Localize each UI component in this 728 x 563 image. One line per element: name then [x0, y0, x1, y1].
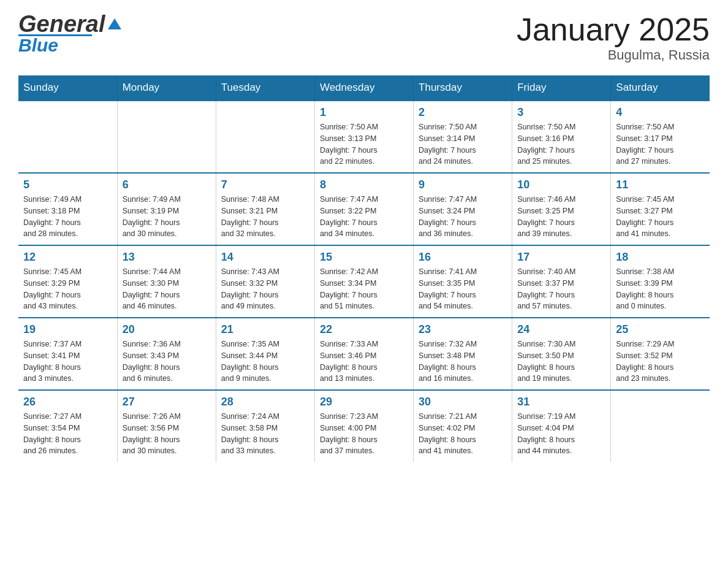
calendar-week-row: 19Sunrise: 7:37 AM Sunset: 3:41 PM Dayli… [18, 318, 710, 390]
day-number: 29 [320, 396, 408, 408]
title-block: January 2025 Bugulma, Russia [517, 12, 710, 63]
day-info: Sunrise: 7:38 AM Sunset: 3:39 PM Dayligh… [616, 266, 705, 312]
day-number: 27 [123, 396, 211, 408]
calendar-day-cell: 27Sunrise: 7:26 AM Sunset: 3:56 PM Dayli… [117, 390, 216, 462]
day-info: Sunrise: 7:45 AM Sunset: 3:29 PM Dayligh… [23, 266, 112, 312]
calendar-week-row: 1Sunrise: 7:50 AM Sunset: 3:13 PM Daylig… [18, 101, 710, 173]
calendar-day-cell: 11Sunrise: 7:45 AM Sunset: 3:27 PM Dayli… [611, 173, 710, 245]
day-number: 3 [517, 106, 605, 119]
day-of-week-header: Sunday [18, 75, 117, 101]
logo-blue-text: Blue [18, 36, 58, 55]
calendar-title: January 2025 [517, 12, 710, 47]
calendar-header: SundayMondayTuesdayWednesdayThursdayFrid… [18, 75, 710, 101]
day-number: 19 [23, 323, 112, 336]
day-info: Sunrise: 7:23 AM Sunset: 4:00 PM Dayligh… [320, 411, 408, 457]
day-number: 31 [517, 396, 605, 408]
calendar-day-cell: 12Sunrise: 7:45 AM Sunset: 3:29 PM Dayli… [18, 245, 117, 318]
day-of-week-header: Friday [512, 75, 611, 101]
day-info: Sunrise: 7:43 AM Sunset: 3:32 PM Dayligh… [221, 266, 309, 312]
day-number: 16 [419, 251, 507, 264]
day-of-week-header: Saturday [611, 75, 710, 101]
calendar-day-cell: 1Sunrise: 7:50 AM Sunset: 3:13 PM Daylig… [314, 101, 413, 173]
calendar-week-row: 5Sunrise: 7:49 AM Sunset: 3:18 PM Daylig… [18, 173, 710, 245]
day-number: 6 [123, 178, 211, 191]
logo: General Blue [18, 12, 121, 55]
calendar-day-cell: 6Sunrise: 7:49 AM Sunset: 3:19 PM Daylig… [117, 173, 216, 245]
calendar-day-cell: 5Sunrise: 7:49 AM Sunset: 3:18 PM Daylig… [18, 173, 117, 245]
day-info: Sunrise: 7:24 AM Sunset: 3:58 PM Dayligh… [221, 411, 309, 457]
calendar-day-cell: 3Sunrise: 7:50 AM Sunset: 3:16 PM Daylig… [512, 101, 611, 173]
calendar-day-cell: 21Sunrise: 7:35 AM Sunset: 3:44 PM Dayli… [216, 318, 314, 390]
calendar-day-cell: 2Sunrise: 7:50 AM Sunset: 3:14 PM Daylig… [414, 101, 512, 173]
logo-general-text: General [18, 12, 105, 36]
day-info: Sunrise: 7:46 AM Sunset: 3:25 PM Dayligh… [517, 194, 605, 240]
day-number: 26 [23, 396, 112, 408]
day-info: Sunrise: 7:44 AM Sunset: 3:30 PM Dayligh… [123, 266, 211, 312]
calendar-day-cell: 17Sunrise: 7:40 AM Sunset: 3:37 PM Dayli… [512, 245, 611, 318]
calendar-table: SundayMondayTuesdayWednesdayThursdayFrid… [18, 75, 710, 462]
day-info: Sunrise: 7:35 AM Sunset: 3:44 PM Dayligh… [221, 339, 309, 385]
day-info: Sunrise: 7:50 AM Sunset: 3:13 PM Dayligh… [320, 121, 408, 167]
logo-triangle-icon [108, 18, 121, 29]
day-info: Sunrise: 7:50 AM Sunset: 3:16 PM Dayligh… [517, 121, 605, 167]
calendar-day-cell [18, 101, 117, 173]
day-number: 10 [517, 178, 605, 191]
calendar-day-cell [117, 101, 216, 173]
day-number: 17 [517, 251, 605, 264]
day-number: 11 [616, 178, 705, 191]
day-number: 1 [320, 106, 408, 119]
calendar-day-cell: 24Sunrise: 7:30 AM Sunset: 3:50 PM Dayli… [512, 318, 611, 390]
day-number: 30 [419, 396, 507, 408]
calendar-day-cell [216, 101, 314, 173]
day-number: 18 [616, 251, 705, 264]
day-info: Sunrise: 7:47 AM Sunset: 3:24 PM Dayligh… [419, 194, 507, 240]
calendar-day-cell: 18Sunrise: 7:38 AM Sunset: 3:39 PM Dayli… [611, 245, 710, 318]
day-info: Sunrise: 7:49 AM Sunset: 3:19 PM Dayligh… [123, 194, 211, 240]
day-number: 28 [221, 396, 309, 408]
day-info: Sunrise: 7:26 AM Sunset: 3:56 PM Dayligh… [123, 411, 211, 457]
page-header: General Blue January 2025 Bugulma, Russi… [18, 12, 710, 63]
day-info: Sunrise: 7:36 AM Sunset: 3:43 PM Dayligh… [123, 339, 211, 385]
calendar-day-cell: 19Sunrise: 7:37 AM Sunset: 3:41 PM Dayli… [18, 318, 117, 390]
day-number: 8 [320, 178, 408, 191]
calendar-day-cell: 13Sunrise: 7:44 AM Sunset: 3:30 PM Dayli… [117, 245, 216, 318]
day-info: Sunrise: 7:50 AM Sunset: 3:17 PM Dayligh… [616, 121, 705, 167]
day-number: 13 [123, 251, 211, 264]
day-number: 15 [320, 251, 408, 264]
calendar-day-cell: 4Sunrise: 7:50 AM Sunset: 3:17 PM Daylig… [611, 101, 710, 173]
calendar-day-cell: 9Sunrise: 7:47 AM Sunset: 3:24 PM Daylig… [414, 173, 512, 245]
calendar-week-row: 12Sunrise: 7:45 AM Sunset: 3:29 PM Dayli… [18, 245, 710, 318]
day-info: Sunrise: 7:48 AM Sunset: 3:21 PM Dayligh… [221, 194, 309, 240]
calendar-day-cell: 8Sunrise: 7:47 AM Sunset: 3:22 PM Daylig… [314, 173, 413, 245]
calendar-day-cell: 7Sunrise: 7:48 AM Sunset: 3:21 PM Daylig… [216, 173, 314, 245]
calendar-day-cell: 20Sunrise: 7:36 AM Sunset: 3:43 PM Dayli… [117, 318, 216, 390]
day-number: 20 [123, 323, 211, 336]
day-info: Sunrise: 7:37 AM Sunset: 3:41 PM Dayligh… [23, 339, 112, 385]
calendar-day-cell: 16Sunrise: 7:41 AM Sunset: 3:35 PM Dayli… [414, 245, 512, 318]
calendar-day-cell: 29Sunrise: 7:23 AM Sunset: 4:00 PM Dayli… [314, 390, 413, 462]
calendar-subtitle: Bugulma, Russia [517, 47, 710, 63]
day-number: 22 [320, 323, 408, 336]
calendar-day-cell: 26Sunrise: 7:27 AM Sunset: 3:54 PM Dayli… [18, 390, 117, 462]
calendar-day-cell: 22Sunrise: 7:33 AM Sunset: 3:46 PM Dayli… [314, 318, 413, 390]
day-number: 7 [221, 178, 309, 191]
svg-marker-0 [108, 18, 121, 29]
day-info: Sunrise: 7:19 AM Sunset: 4:04 PM Dayligh… [517, 411, 605, 457]
day-of-week-header: Tuesday [216, 75, 314, 101]
logo-icon [108, 18, 121, 29]
day-info: Sunrise: 7:33 AM Sunset: 3:46 PM Dayligh… [320, 339, 408, 385]
day-number: 9 [419, 178, 507, 191]
day-info: Sunrise: 7:21 AM Sunset: 4:02 PM Dayligh… [419, 411, 507, 457]
day-info: Sunrise: 7:29 AM Sunset: 3:52 PM Dayligh… [616, 339, 705, 385]
day-info: Sunrise: 7:42 AM Sunset: 3:34 PM Dayligh… [320, 266, 408, 312]
day-of-week-header: Wednesday [314, 75, 413, 101]
day-info: Sunrise: 7:41 AM Sunset: 3:35 PM Dayligh… [419, 266, 507, 312]
calendar-day-cell: 30Sunrise: 7:21 AM Sunset: 4:02 PM Dayli… [414, 390, 512, 462]
day-number: 23 [419, 323, 507, 336]
calendar-day-cell: 14Sunrise: 7:43 AM Sunset: 3:32 PM Dayli… [216, 245, 314, 318]
calendar-day-cell: 15Sunrise: 7:42 AM Sunset: 3:34 PM Dayli… [314, 245, 413, 318]
day-info: Sunrise: 7:47 AM Sunset: 3:22 PM Dayligh… [320, 194, 408, 240]
day-number: 14 [221, 251, 309, 264]
day-number: 24 [517, 323, 605, 336]
day-number: 25 [616, 323, 705, 336]
